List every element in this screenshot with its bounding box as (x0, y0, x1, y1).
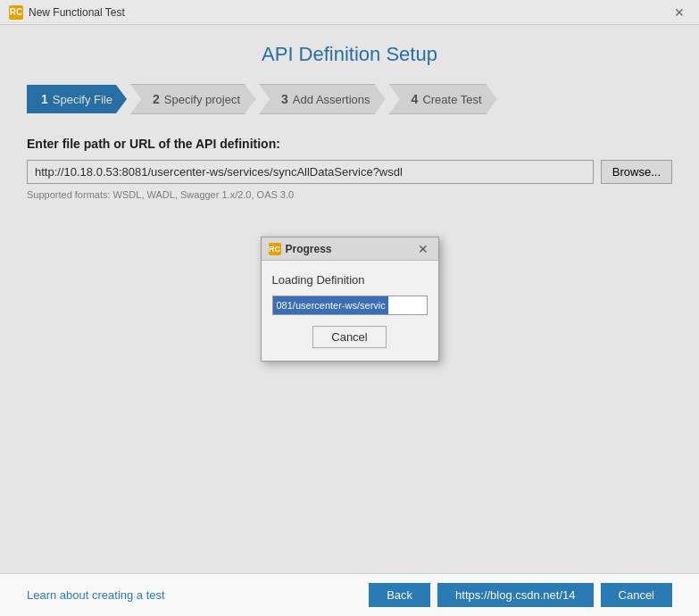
modal-cancel-button[interactable]: Cancel (312, 326, 386, 348)
title-bar-left: RC New Functional Test (9, 5, 125, 20)
modal-title-left: RC Progress (269, 243, 332, 255)
modal-cancel-row: Cancel (272, 326, 428, 348)
bottom-buttons: Back https://blog.csdn.net/14 Cancel (369, 583, 672, 607)
window-close-button[interactable]: ✕ (669, 4, 690, 21)
next-button[interactable]: https://blog.csdn.net/14 (437, 583, 593, 607)
modal-title-bar: RC Progress ✕ (262, 237, 438, 261)
modal-body: Loading Definition 081/usercenter-ws/ser… (262, 261, 438, 361)
modal-progress-fill: 081/usercenter-ws/servic (273, 296, 388, 314)
bottom-bar: Learn about creating a test Back https:/… (0, 573, 699, 616)
modal-progress-text: 081/usercenter-ws/servic (277, 300, 386, 311)
modal-icon: RC (269, 243, 281, 255)
cancel-button[interactable]: Cancel (601, 583, 672, 607)
progress-modal: RC Progress ✕ Loading Definition 081/use… (261, 237, 439, 362)
modal-overlay: RC Progress ✕ Loading Definition 081/use… (0, 25, 699, 573)
modal-title: Progress (286, 243, 332, 255)
modal-close-button[interactable]: ✕ (415, 242, 431, 256)
back-button[interactable]: Back (369, 583, 430, 607)
modal-progress-bar: 081/usercenter-ws/servic (272, 296, 428, 315)
app-icon: RC (9, 5, 23, 20)
window-title: New Functional Test (29, 6, 125, 19)
learn-link[interactable]: Learn about creating a test (27, 588, 165, 602)
title-bar: RC New Functional Test ✕ (0, 0, 699, 25)
modal-loading-text: Loading Definition (272, 273, 428, 287)
main-content: API Definition Setup 1 Specify File 2 Sp… (0, 25, 699, 573)
